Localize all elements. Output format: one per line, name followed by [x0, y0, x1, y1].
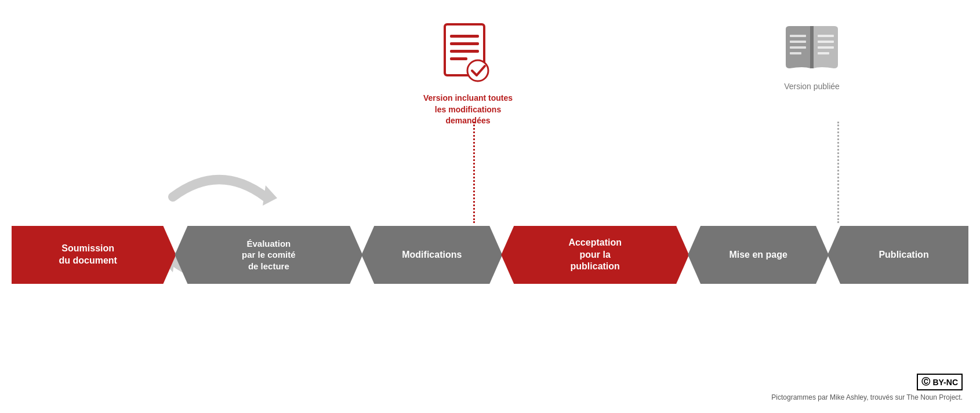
- svg-rect-4: [450, 57, 467, 60]
- svg-rect-2: [450, 42, 479, 45]
- step-soumission: Soumissiondu document: [12, 226, 176, 284]
- footer: Ⓒ BY-NC Pictogrammes par Mike Ashley, tr…: [771, 374, 963, 401]
- main-container: Version incluant toutesles modifications…: [0, 0, 980, 413]
- svg-rect-3: [450, 50, 479, 53]
- doc-icon-gray: Version publiée: [783, 23, 841, 93]
- svg-rect-1: [450, 35, 479, 38]
- svg-point-5: [467, 60, 488, 81]
- cc-by-nc-label: BY-NC: [932, 378, 958, 387]
- step-modifications: Modifications: [361, 226, 502, 284]
- step-publication: Publication: [827, 226, 968, 284]
- document-gray-icon: [783, 23, 841, 75]
- step-evaluation: Évaluationpar le comitéde lecture: [175, 226, 362, 284]
- svg-marker-15: [263, 185, 277, 206]
- svg-rect-11: [818, 35, 834, 37]
- svg-rect-10: [790, 52, 801, 54]
- doc-icon-red: Version incluant toutesles modifications…: [423, 23, 513, 127]
- flow-container: Soumissiondu document Évaluationpar le c…: [12, 220, 968, 290]
- cc-icon: Ⓒ: [921, 377, 930, 388]
- svg-rect-6: [810, 26, 814, 68]
- svg-rect-7: [790, 35, 806, 37]
- svg-rect-14: [818, 52, 829, 54]
- dotted-line-gray: [837, 122, 839, 223]
- dotted-line-red: [473, 122, 475, 223]
- document-red-icon: [442, 23, 494, 87]
- step-mise-en-page: Mise en page: [688, 226, 829, 284]
- svg-rect-13: [818, 46, 834, 49]
- svg-rect-9: [790, 46, 806, 49]
- doc-red-label: Version incluant toutesles modifications…: [423, 93, 513, 127]
- step-acceptation: Acceptationpour lapublication: [501, 226, 689, 284]
- svg-rect-8: [790, 41, 806, 43]
- cc-badge: Ⓒ BY-NC: [917, 374, 963, 390]
- footer-text: Pictogrammes par Mike Ashley, trouvés su…: [771, 393, 963, 401]
- doc-gray-label: Version publiée: [784, 81, 840, 93]
- svg-rect-12: [818, 41, 834, 43]
